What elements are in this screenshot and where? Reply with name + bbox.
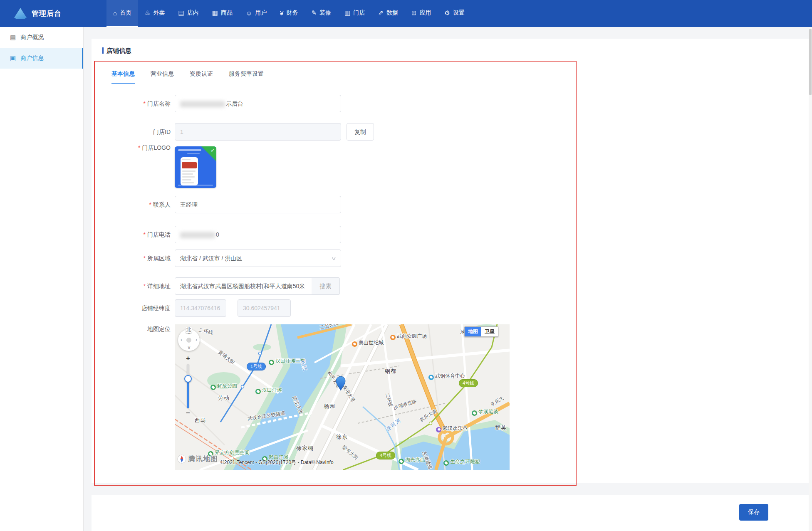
map-label: ●武商众圆广场 <box>390 333 427 340</box>
sidebar-item[interactable]: ▣ 商户信息 <box>0 48 83 69</box>
nav-label: 财务 <box>287 9 298 17</box>
poi-icon: ♣ <box>269 360 274 365</box>
pan-right-icon[interactable]: › <box>196 337 197 343</box>
store-name-input[interactable]: 示后台 <box>175 95 341 112</box>
nav-label: 店内 <box>187 9 199 17</box>
map-zoom-control: + − <box>183 354 193 417</box>
pan-left-icon[interactable]: ‹ <box>181 337 182 343</box>
store-id-label: 门店ID <box>92 123 171 141</box>
map[interactable]: 杨园徐东徐家棚钢都西马劳动冶金群英♣汉口江滩三期♣汉口江滩♣解放公园♣武昌江滩♣… <box>175 324 510 470</box>
scrollbar[interactable] <box>809 27 812 531</box>
topnav-item[interactable]: ♨ 外卖 <box>138 0 171 27</box>
sidebar-item[interactable]: ▤ 商户概况 <box>0 27 83 48</box>
map-label: ♣汉口江滩 <box>255 387 282 394</box>
map-label: 徐家棚 <box>296 445 314 452</box>
map-mode-button[interactable]: 地图 <box>465 327 481 336</box>
nav-label: 应用 <box>419 9 431 17</box>
topnav-item[interactable]: ▤ 店内 <box>172 0 205 27</box>
map-pan-control[interactable]: ∧ ∨ ‹ › 北 <box>178 329 200 351</box>
region-select[interactable]: 湖北省 / 武汉市 / 洪山区∨ <box>175 249 341 267</box>
section-title: 店铺信息 <box>102 47 131 55</box>
address-input[interactable]: 湖北省武汉市武昌区杨园船校村(和平大道南50米 <box>175 277 312 295</box>
map-label: 4号线 <box>376 452 395 459</box>
map-label: ♣梦溪笔谈 <box>472 408 498 416</box>
poi-icon: ♣ <box>210 385 216 390</box>
topnav-item[interactable]: ☺ 用户 <box>239 0 273 27</box>
region-value: 湖北省 / 武汉市 / 洪山区 <box>180 255 242 262</box>
map-location-label: 地图定位 <box>92 325 171 333</box>
zoom-out-button[interactable]: − <box>183 409 193 417</box>
store-logo-image[interactable]: ✓ <box>175 146 216 188</box>
poi-icon: ✦ <box>436 427 441 432</box>
check-glyph: ✓ <box>210 147 215 153</box>
nav-label: 数据 <box>386 9 398 17</box>
poi-icon: ♣ <box>255 389 261 394</box>
topnav-item[interactable]: ⚙ 设置 <box>438 0 471 27</box>
poi-icon: ● <box>352 341 357 347</box>
topnav-item[interactable]: ✎ 装修 <box>305 0 338 27</box>
nav-icon: ⌂ <box>113 10 117 17</box>
map-attribution: ©2021 Tencent - GS(2020)1720号 - Data© Na… <box>220 459 334 466</box>
zoom-slider-handle[interactable] <box>184 375 192 383</box>
tab[interactable]: 营业信息 <box>151 70 174 84</box>
tab[interactable]: 服务费率设置 <box>229 70 264 84</box>
nav-label: 首页 <box>120 9 131 17</box>
nav-icon: ☺ <box>246 10 252 17</box>
copy-button[interactable]: 复制 <box>347 123 374 141</box>
contact-label: 联系人 <box>92 196 171 213</box>
search-button[interactable]: 搜索 <box>312 277 340 295</box>
redaction-blur <box>180 101 225 107</box>
logo-text-line <box>187 153 200 154</box>
map-label: 杨园 <box>324 403 335 410</box>
pan-center-icon[interactable] <box>186 338 191 343</box>
sidebar-item-label: 商户概况 <box>20 34 44 41</box>
phone-label: 门店电话 <box>92 226 171 243</box>
map-label: 钢都 <box>385 368 396 375</box>
poi-icon: ● <box>390 335 396 340</box>
map-label: ♣生命之环雕塑 <box>443 458 480 466</box>
compass-logo-icon <box>177 454 186 464</box>
topnav-item[interactable]: ▦ 商品 <box>205 0 239 27</box>
nav-label: 门店 <box>353 9 365 17</box>
save-button[interactable]: 保存 <box>739 504 768 521</box>
topnav-item[interactable]: ⇗ 数据 <box>371 0 405 27</box>
tab[interactable]: 资质认证 <box>190 70 213 84</box>
brand-logo-icon <box>14 8 27 19</box>
contact-input[interactable]: 王经理 <box>175 196 341 213</box>
zoom-in-button[interactable]: + <box>183 354 193 363</box>
map-label: ♣湖光序曲 <box>399 457 425 464</box>
app-root: 管理后台 ⌂ 首页 ♨ 外卖 ▤ 店内 ▦ 商品 ☺ 用户 <box>0 0 812 531</box>
map-label: 西马 <box>195 417 206 424</box>
store-id-input: 1 <box>175 123 341 141</box>
location-pin-icon[interactable] <box>335 376 346 391</box>
logo-text-line <box>178 185 213 186</box>
map-type-toggle: 地图 卫星 <box>464 326 498 337</box>
poi-icon: ♣ <box>443 460 449 466</box>
phone-input[interactable]: 0 <box>175 226 341 243</box>
satellite-mode-button[interactable]: 卫星 <box>481 327 498 336</box>
nav-icon: ▦ <box>212 9 218 17</box>
scrollbar-thumb[interactable] <box>809 29 812 95</box>
nav-icon: ⇗ <box>378 9 384 17</box>
map-label: ●奥山世纪城 <box>352 339 384 347</box>
sidebar-item-label: 商户信息 <box>20 54 44 62</box>
poi-icon: ♣ <box>472 410 477 416</box>
poi-icon: ♣ <box>399 459 404 464</box>
compass-north-icon: 北 <box>186 327 192 333</box>
pan-down-icon[interactable]: ∨ <box>187 345 191 351</box>
nav-label: 外卖 <box>153 9 165 17</box>
map-label: 4号线 <box>459 379 478 387</box>
topnav-item[interactable]: ⌂ 首页 <box>106 0 138 27</box>
tab[interactable]: 基本信息 <box>111 70 135 84</box>
topnav-item[interactable]: ⊞ 应用 <box>405 0 438 27</box>
nav-icon: ▥ <box>344 9 350 17</box>
zoom-track-fill <box>187 380 189 408</box>
topnav: ⌂ 首页 ♨ 外卖 ▤ 店内 ▦ 商品 ☺ 用户 ¥ 财务 <box>106 0 471 27</box>
footer-bar: 保存 <box>92 495 809 531</box>
map-label: ✦武汉欢乐谷 <box>436 425 468 432</box>
nav-label: 商品 <box>221 9 233 17</box>
content-panel: 店铺信息 基本信息营业信息资质认证服务费率设置 门店名称 示后台 门店ID 1 … <box>92 39 809 483</box>
topnav-item[interactable]: ▥ 门店 <box>338 0 371 27</box>
brand: 管理后台 <box>14 0 62 27</box>
topnav-item[interactable]: ¥ 财务 <box>273 0 304 27</box>
